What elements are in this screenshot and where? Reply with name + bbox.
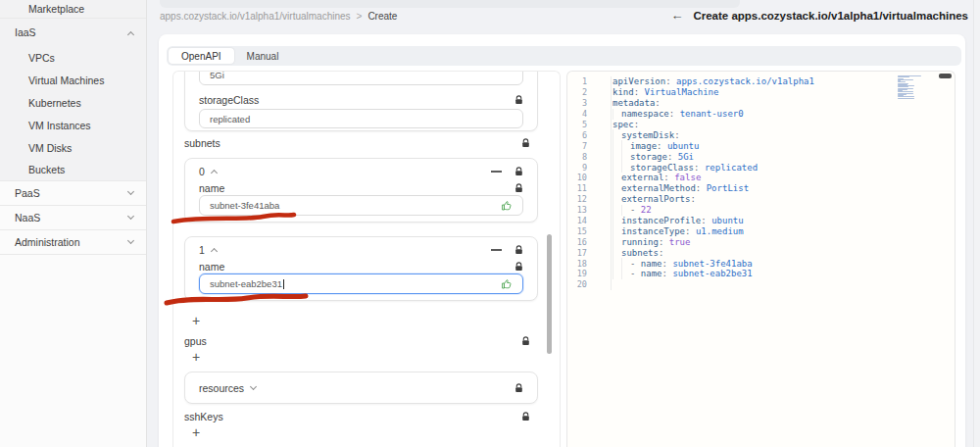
add-gpu-button[interactable]: + xyxy=(184,349,538,365)
subnet-0-name-label: name xyxy=(199,182,224,194)
lock-icon[interactable] xyxy=(521,336,530,346)
storage-input[interactable]: 5Gi xyxy=(199,71,523,85)
page-title: Create apps.cozystack.io/v1alpha1/virtua… xyxy=(693,10,968,22)
tab-openapi-label: OpenAPI xyxy=(181,51,221,62)
sidebar-item-naas[interactable]: NaaS xyxy=(0,206,146,230)
minus-icon[interactable] xyxy=(491,249,502,251)
subnet-1-header[interactable]: 1 xyxy=(199,242,523,257)
sidebar-item-label: NaaS xyxy=(15,212,40,224)
code-line: 5spec: xyxy=(567,120,955,130)
resources-card[interactable]: resources xyxy=(184,372,538,404)
lock-icon[interactable] xyxy=(521,138,530,148)
editor-scrollbar[interactable] xyxy=(939,74,952,78)
form-pane: 5Gi storageClass replicated subnets 0 xyxy=(172,71,561,447)
sidebar-item-label: VM Disks xyxy=(28,142,72,154)
sidebar-item-buckets[interactable]: Buckets xyxy=(0,159,146,181)
code-line: 9storageClass: replicated xyxy=(567,162,955,173)
chevron-down-icon xyxy=(127,188,134,195)
storage-input-value: 5Gi xyxy=(210,71,224,80)
code-line: 11externalMethod: PortList xyxy=(567,183,955,194)
code-line: 10external: false xyxy=(567,173,955,183)
code-line: 7image: ubuntu xyxy=(567,140,955,151)
yaml-editor[interactable]: 1apiVersion: apps.cozystack.io/v1alpha12… xyxy=(566,71,956,447)
sidebar-item-marketplace[interactable]: Marketplace xyxy=(0,0,146,19)
sidebar-item-vm-disks[interactable]: VM Disks xyxy=(0,136,146,159)
sidebar-item-label: Virtual Machines xyxy=(28,74,104,86)
lock-icon[interactable] xyxy=(514,262,523,272)
storage-class-input[interactable]: replicated xyxy=(199,109,523,128)
subnet-card-1: 1 name subnet-eab2be31 xyxy=(184,236,538,301)
code-line: 13- 22 xyxy=(567,205,955,216)
sidebar-item-administration[interactable]: Administration xyxy=(0,230,146,255)
code-line: 2kind: VirtualMachine xyxy=(567,87,955,98)
lock-icon[interactable] xyxy=(514,383,523,393)
system-disk-card: 5Gi storageClass replicated xyxy=(184,71,538,131)
tab-manual[interactable]: Manual xyxy=(234,48,292,64)
sidebar-item-iaas[interactable]: IaaS xyxy=(0,19,146,46)
sidebar-item-label: Buckets xyxy=(28,164,65,175)
breadcrumb: apps.cozystack.io/v1alpha1/virtualmachin… xyxy=(160,11,397,22)
text-caret xyxy=(283,279,284,289)
code-line: 17subnets: xyxy=(567,247,955,258)
chevron-down-icon xyxy=(127,237,134,244)
thumb-up-icon[interactable] xyxy=(501,200,513,212)
code-line: 16running: true xyxy=(567,236,955,247)
subnet-0-name-value: subnet-3fe41aba xyxy=(210,200,279,211)
gutter-divider xyxy=(611,76,612,290)
sidebar-item-vm-instances[interactable]: VM Instances xyxy=(0,114,146,136)
add-subnet-button[interactable]: + xyxy=(184,313,538,328)
subnet-1-name-label: name xyxy=(199,261,224,273)
code-line: 18- name: subnet-3fe41aba xyxy=(567,258,955,269)
lock-icon[interactable] xyxy=(514,183,523,193)
tab-openapi[interactable]: OpenAPI xyxy=(169,48,234,64)
thumb-up-icon[interactable] xyxy=(501,278,513,290)
storage-class-label: storageClass xyxy=(199,94,259,106)
lock-icon[interactable] xyxy=(514,245,523,255)
chevron-down-icon xyxy=(127,213,134,220)
subnet-0-index: 0 xyxy=(199,166,205,177)
code-line: 12externalPorts: xyxy=(567,194,955,205)
subnet-1-index: 1 xyxy=(199,244,205,256)
plus-icon: + xyxy=(192,313,200,328)
gpus-label: gpus xyxy=(184,335,207,347)
sidebar-item-virtual-machines[interactable]: Virtual Machines xyxy=(0,69,146,91)
minus-icon[interactable] xyxy=(491,171,502,173)
code-line: 6systemDisk: xyxy=(567,129,955,140)
code-line: 15instanceType: u1.medium xyxy=(567,225,955,236)
sidebar-item-label: PaaS xyxy=(15,187,40,199)
sidebar-item-paas[interactable]: PaaS xyxy=(0,181,146,206)
minimap xyxy=(898,75,923,100)
lock-icon[interactable] xyxy=(521,412,530,422)
subnet-1-name-input[interactable]: subnet-eab2be31 xyxy=(199,273,523,294)
subnet-0-header[interactable]: 0 xyxy=(199,164,523,178)
lock-icon[interactable] xyxy=(514,167,523,176)
sshkeys-row: sshKeys xyxy=(184,409,538,424)
chevron-up-icon xyxy=(211,248,218,255)
code-lines: 1apiVersion: apps.cozystack.io/v1alpha12… xyxy=(567,76,955,290)
sidebar-item-vpcs[interactable]: VPCs xyxy=(0,46,146,69)
chevron-up-icon xyxy=(211,170,218,176)
plus-icon: + xyxy=(192,424,200,440)
sidebar-item-label: VM Instances xyxy=(28,120,91,131)
code-line: 19- name: subnet-eab2be31 xyxy=(567,269,955,279)
page-scrollbar[interactable] xyxy=(973,0,980,447)
breadcrumb-separator: > xyxy=(357,11,363,22)
subnets-row: subnets xyxy=(184,135,538,151)
breadcrumb-path[interactable]: apps.cozystack.io/v1alpha1/virtualmachin… xyxy=(160,11,351,22)
subnet-card-0: 0 name subnet-3fe41aba xyxy=(184,158,538,223)
sidebar-item-kubernetes[interactable]: Kubernetes xyxy=(0,91,146,114)
storage-class-value: replicated xyxy=(210,114,250,124)
back-icon[interactable]: ← xyxy=(670,9,683,22)
header-remnant xyxy=(160,0,740,8)
sidebar-item-label: Marketplace xyxy=(28,3,84,15)
code-line: 14instanceProfile: ubuntu xyxy=(567,216,955,226)
add-sshkey-button[interactable]: + xyxy=(184,424,538,440)
code-line: 1apiVersion: apps.cozystack.io/v1alpha1 xyxy=(567,76,955,87)
sidebar-item-label: VPCs xyxy=(28,52,55,64)
code-line: 20 xyxy=(567,279,955,290)
subnet-1-name-value: subnet-eab2be31 xyxy=(210,278,282,289)
tab-bar: OpenAPI Manual xyxy=(167,46,961,66)
subnet-0-name-input[interactable]: subnet-3fe41aba xyxy=(199,195,523,216)
lock-icon[interactable] xyxy=(514,95,523,105)
form-scrollbar[interactable] xyxy=(547,234,552,354)
